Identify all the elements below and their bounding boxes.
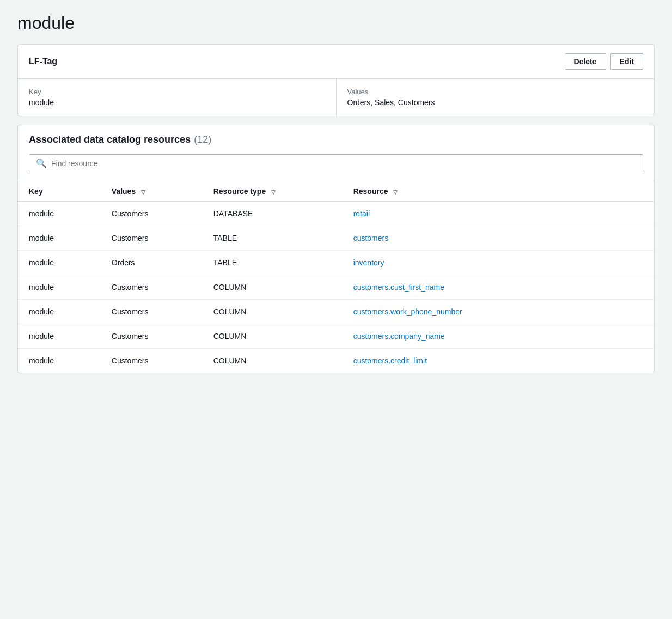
assoc-count: (12) <box>194 134 211 145</box>
cell-values: Customers <box>101 226 203 251</box>
values-field: Values Orders, Sales, Customers <box>336 79 655 116</box>
cell-key: module <box>18 275 101 300</box>
resource-link[interactable]: retail <box>353 209 370 218</box>
cell-values: Customers <box>101 349 203 373</box>
resource-link[interactable]: customers <box>353 234 389 242</box>
col-header-key[interactable]: Key <box>18 181 101 202</box>
page-title: module <box>17 13 655 33</box>
resources-table: Key Values ▽ Resource type ▽ Resource ▽ … <box>18 181 654 373</box>
cell-resource-type: DATABASE <box>203 202 343 226</box>
table-row: moduleOrdersTABLEinventory <box>18 251 654 275</box>
cell-resource[interactable]: customers <box>343 226 654 251</box>
cell-resource-type: TABLE <box>203 226 343 251</box>
cell-key: module <box>18 251 101 275</box>
cell-values: Orders <box>101 251 203 275</box>
cell-resource-type: COLUMN <box>203 300 343 324</box>
table-row: moduleCustomersDATABASEretail <box>18 202 654 226</box>
table-row: moduleCustomersCOLUMNcustomers.company_n… <box>18 324 654 349</box>
cell-resource[interactable]: customers.credit_limit <box>343 349 654 373</box>
table-body: moduleCustomersDATABASEretailmoduleCusto… <box>18 202 654 373</box>
cell-resource-type: COLUMN <box>203 349 343 373</box>
cell-resource-type: COLUMN <box>203 324 343 349</box>
table-row: moduleCustomersTABLEcustomers <box>18 226 654 251</box>
table-row: moduleCustomersCOLUMNcustomers.work_phon… <box>18 300 654 324</box>
cell-resource[interactable]: retail <box>343 202 654 226</box>
cell-key: module <box>18 226 101 251</box>
col-header-values[interactable]: Values ▽ <box>101 181 203 202</box>
table-header-row: Key Values ▽ Resource type ▽ Resource ▽ <box>18 181 654 202</box>
table-row: moduleCustomersCOLUMNcustomers.cust_firs… <box>18 275 654 300</box>
resource-link[interactable]: customers.credit_limit <box>353 356 427 365</box>
cell-values: Customers <box>101 275 203 300</box>
resource-link[interactable]: inventory <box>353 258 384 267</box>
search-input[interactable] <box>51 159 636 168</box>
cell-values: Customers <box>101 324 203 349</box>
values-label: Values <box>347 88 644 96</box>
cell-key: module <box>18 349 101 373</box>
cell-resource[interactable]: inventory <box>343 251 654 275</box>
search-icon: 🔍 <box>36 158 47 168</box>
key-label: Key <box>29 88 325 96</box>
search-bar[interactable]: 🔍 <box>29 154 643 172</box>
cell-key: module <box>18 324 101 349</box>
resource-link[interactable]: customers.work_phone_number <box>353 307 462 316</box>
lftag-card-body: Key module Values Orders, Sales, Custome… <box>18 79 654 116</box>
lftag-card: LF-Tag Delete Edit Key module Values Ord… <box>17 44 655 116</box>
edit-button[interactable]: Edit <box>610 53 643 70</box>
table-row: moduleCustomersCOLUMNcustomers.credit_li… <box>18 349 654 373</box>
values-value: Orders, Sales, Customers <box>347 98 644 107</box>
assoc-card: Associated data catalog resources(12) 🔍 … <box>17 125 655 373</box>
assoc-card-title: Associated data catalog resources(12) <box>29 134 211 145</box>
key-value: module <box>29 98 325 107</box>
cell-resource[interactable]: customers.cust_first_name <box>343 275 654 300</box>
assoc-card-header: Associated data catalog resources(12) <box>18 125 654 154</box>
resource-link[interactable]: customers.cust_first_name <box>353 283 444 292</box>
resource-type-sort-icon: ▽ <box>271 189 276 195</box>
cell-resource[interactable]: customers.company_name <box>343 324 654 349</box>
cell-key: module <box>18 202 101 226</box>
cell-resource-type: TABLE <box>203 251 343 275</box>
cell-resource[interactable]: customers.work_phone_number <box>343 300 654 324</box>
values-sort-icon: ▽ <box>141 189 145 195</box>
lftag-card-header: LF-Tag Delete Edit <box>18 45 654 79</box>
resource-sort-icon: ▽ <box>393 189 398 195</box>
col-header-resource[interactable]: Resource ▽ <box>343 181 654 202</box>
col-header-resource-type[interactable]: Resource type ▽ <box>203 181 343 202</box>
key-field: Key module <box>18 79 336 116</box>
lftag-card-actions: Delete Edit <box>565 53 643 70</box>
cell-values: Customers <box>101 202 203 226</box>
cell-resource-type: COLUMN <box>203 275 343 300</box>
cell-key: module <box>18 300 101 324</box>
delete-button[interactable]: Delete <box>565 53 606 70</box>
lftag-card-title: LF-Tag <box>29 57 57 66</box>
cell-values: Customers <box>101 300 203 324</box>
resource-link[interactable]: customers.company_name <box>353 332 445 341</box>
